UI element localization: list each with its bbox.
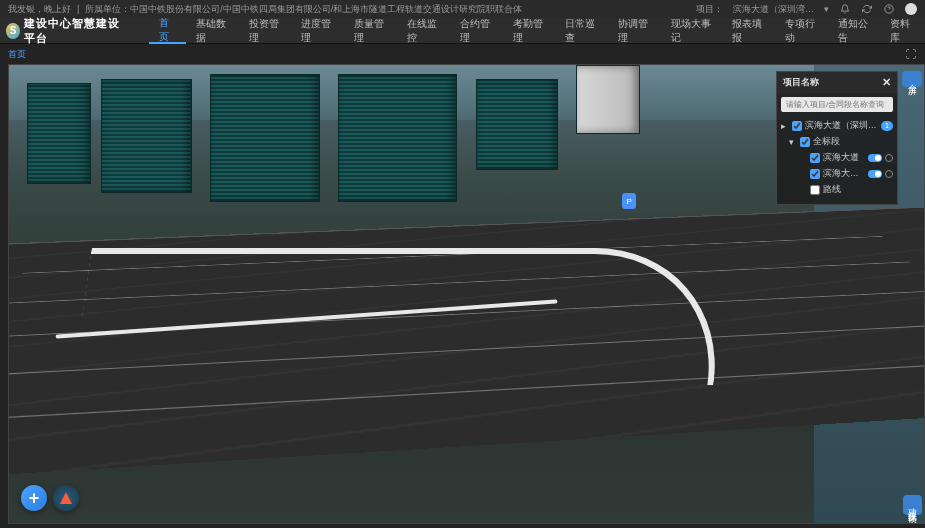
map-marker[interactable]: P <box>622 193 636 209</box>
nav-quality[interactable]: 质量管理 <box>344 18 397 44</box>
app-info-bar: 我发银，晚上好 | 所属单位：中国中铁股份有限公司/中国中铁四局集团有限公司/和… <box>0 0 925 18</box>
visibility-toggle[interactable] <box>868 170 882 178</box>
project-tree: ▸ 滨海大道（深圳湾总部基地段… 1 ▾ 全标段 滨海大道 滨海大道倾斜… <box>777 116 897 204</box>
nav-coordination[interactable]: 协调管理 <box>608 18 661 44</box>
breadcrumb-home[interactable]: 首页 <box>8 48 26 61</box>
map-viewport[interactable]: P + 项目名称 ✕ ▸ 滨海大道（深圳湾总部基地段… 1 ▾ 全标段 <box>8 64 925 524</box>
nav-home[interactable]: 首页 <box>149 18 185 44</box>
greeting-text: 我发银，晚上好 <box>8 3 71 16</box>
nav-events[interactable]: 现场大事记 <box>661 18 722 44</box>
tree-label: 路线 <box>823 184 893 196</box>
fullscreen-icon[interactable] <box>905 48 917 60</box>
main-nav: 首页 基础数据 投资管理 进度管理 质量管理 在线监控 合约管理 考勤管理 日常… <box>149 18 925 44</box>
app-logo-wrap[interactable]: S 建设中心智慧建设平台 <box>6 16 129 46</box>
nav-special[interactable]: 专项行动 <box>775 18 828 44</box>
caret-icon[interactable]: ▸ <box>781 121 789 131</box>
nav-report[interactable]: 报表填报 <box>722 18 775 44</box>
tree-checkbox[interactable] <box>800 137 810 147</box>
divider: | <box>77 4 79 14</box>
tree-label: 滨海大道（深圳湾总部基地段… <box>805 120 878 132</box>
eye-icon[interactable] <box>885 154 893 162</box>
tree-checkbox[interactable] <box>792 121 802 131</box>
refresh-icon[interactable] <box>861 3 873 15</box>
nav-contract[interactable]: 合约管理 <box>450 18 503 44</box>
tree-label: 全标段 <box>813 136 893 148</box>
tree-checkbox[interactable] <box>810 169 820 179</box>
tree-row[interactable]: ▾ 全标段 <box>781 134 893 150</box>
nav-monitor[interactable]: 在线监控 <box>397 18 450 44</box>
tree-badge: 1 <box>881 121 893 131</box>
app-header: S 建设中心智慧建设平台 首页 基础数据 投资管理 进度管理 质量管理 在线监控… <box>0 18 925 44</box>
tree-row[interactable]: 滨海大道 <box>781 150 893 166</box>
tree-label: 滨海大道倾斜… <box>823 168 863 180</box>
tree-label: 滨海大道 <box>823 152 863 164</box>
help-icon[interactable] <box>883 3 895 15</box>
nav-investment[interactable]: 投资管理 <box>239 18 292 44</box>
tree-row[interactable]: 滨海大道倾斜… <box>781 166 893 182</box>
tree-checkbox[interactable] <box>810 153 820 163</box>
project-name[interactable]: 滨海大道（深圳湾… <box>733 3 814 16</box>
edge-tab-fullscreen[interactable]: 全屏 <box>902 71 922 87</box>
panel-title: 项目名称 <box>783 76 819 89</box>
org-text: 所属单位：中国中铁股份有限公司/中国中铁四局集团有限公司/和上海市隧道工程轨道交… <box>85 3 522 16</box>
tree-row[interactable]: 路线 <box>781 182 893 198</box>
project-panel: 项目名称 ✕ ▸ 滨海大道（深圳湾总部基地段… 1 ▾ 全标段 滨海大道 <box>776 71 898 205</box>
nav-materials[interactable]: 资料库 <box>880 18 925 44</box>
panel-close-button[interactable]: ✕ <box>882 76 891 89</box>
tree-row[interactable]: ▸ 滨海大道（深圳湾总部基地段… 1 <box>781 118 893 134</box>
tree-checkbox[interactable] <box>810 185 820 195</box>
nav-attendance[interactable]: 考勤管理 <box>503 18 556 44</box>
avatar[interactable] <box>905 3 917 15</box>
panel-search-wrap <box>777 93 897 116</box>
panel-search-input[interactable] <box>781 97 893 112</box>
nav-notice[interactable]: 通知公告 <box>828 18 881 44</box>
add-button[interactable]: + <box>21 485 47 511</box>
edge-tab-feedback[interactable]: 建议反馈 <box>903 495 922 515</box>
breadcrumb: 首页 <box>0 44 925 64</box>
visibility-toggle[interactable] <box>868 154 882 162</box>
compass-button[interactable] <box>53 485 79 511</box>
project-label: 项目： <box>696 3 723 16</box>
panel-header: 项目名称 ✕ <box>777 72 897 93</box>
caret-icon[interactable]: ▾ <box>789 137 797 147</box>
nav-patrol[interactable]: 日常巡查 <box>555 18 608 44</box>
edge-tabs: 全屏 <box>902 71 922 87</box>
nav-basic-data[interactable]: 基础数据 <box>186 18 239 44</box>
project-dropdown-icon[interactable]: ▾ <box>824 4 829 14</box>
nav-progress[interactable]: 进度管理 <box>291 18 344 44</box>
eye-icon[interactable] <box>885 170 893 178</box>
app-logo-icon: S <box>6 23 20 39</box>
app-title: 建设中心智慧建设平台 <box>24 16 129 46</box>
notification-icon[interactable] <box>839 3 851 15</box>
